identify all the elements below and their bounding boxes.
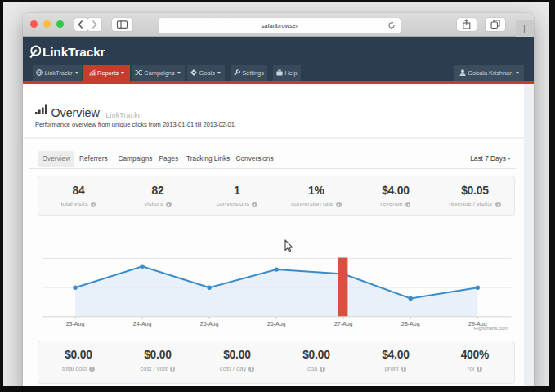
svg-text:27-Aug: 27-Aug <box>334 321 353 327</box>
svg-text:Highcharts.com: Highcharts.com <box>474 326 508 331</box>
svg-text:26-Aug: 26-Aug <box>267 321 286 327</box>
svg-text:25-Aug: 25-Aug <box>200 321 219 327</box>
svg-text:23-Aug: 23-Aug <box>66 321 85 327</box>
svg-text:24-Aug: 24-Aug <box>133 321 152 327</box>
svg-text:28-Aug: 28-Aug <box>401 321 420 327</box>
